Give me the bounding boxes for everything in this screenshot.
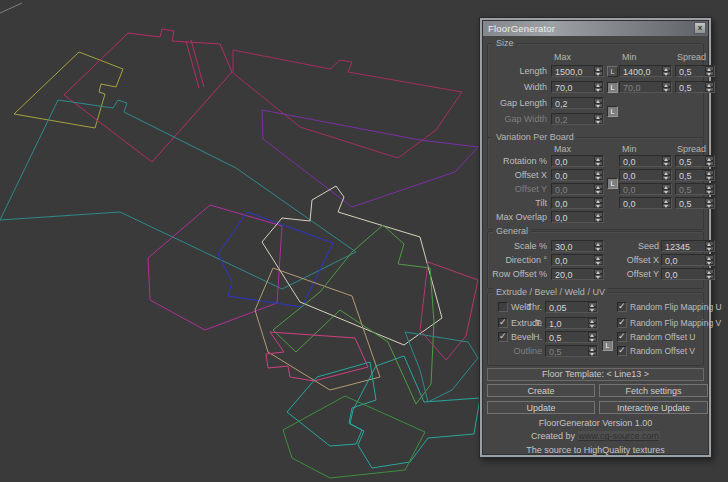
general-offset-x-spinner[interactable] (705, 255, 714, 265)
outline-field[interactable]: 0,5 (545, 345, 598, 357)
tilt-spread-value: 0,5 (679, 199, 692, 209)
tilt-spread-spinner[interactable] (705, 198, 714, 208)
width-lock-button[interactable]: L (607, 82, 618, 93)
offset-y-max-field[interactable]: 0,0 (551, 183, 604, 195)
general-offset-y-field[interactable]: 0,0 (661, 268, 715, 280)
length-spread-field[interactable]: 0,5 (675, 65, 715, 77)
spline-green-a (273, 225, 434, 404)
rotation-spread-field[interactable]: 0,5 (675, 155, 715, 167)
length-min-spinner[interactable] (662, 66, 671, 76)
extrude-row: ✓ Extrude T. 1,0 ✓ Random Flip Mapping V (490, 317, 701, 330)
length-max-spinner[interactable] (594, 66, 603, 76)
random-flip-u-label: Random Flip Mapping U (630, 302, 722, 312)
gap-width-field[interactable]: 0,2 (551, 113, 604, 125)
general-offset-y-spinner[interactable] (705, 269, 714, 279)
random-flip-v-checkbox[interactable]: ✓ (617, 318, 627, 328)
offset-y-min-field[interactable]: 0,0 (619, 183, 672, 195)
tilt-min-spinner[interactable] (662, 198, 671, 208)
bevel-h-spinner[interactable] (588, 332, 597, 342)
direction-label: Direction ° (490, 255, 547, 265)
random-offset-v-checkmark: ✓ (618, 345, 626, 355)
close-icon[interactable]: x (694, 22, 706, 34)
row-offset-value: 20,0 (555, 270, 573, 280)
random-offset-u-checkbox[interactable]: ✓ (617, 332, 627, 342)
weld-threshold-field[interactable]: 0,05 (545, 301, 598, 313)
tilt-max-spinner[interactable] (594, 198, 603, 208)
bevel-checkbox[interactable]: ✓ (498, 332, 508, 342)
offset-y-row: Offset Y 0,0 0,0 0,5 (490, 183, 701, 196)
length-spread-spinner[interactable] (705, 66, 714, 76)
offset-x-max-field[interactable]: 0,0 (551, 169, 604, 181)
seed-spinner[interactable] (705, 241, 714, 251)
random-flip-u-checkmark: ✓ (618, 301, 626, 311)
weld-threshold-value: 0,05 (549, 303, 567, 313)
direction-value: 0,0 (555, 256, 568, 266)
weld-threshold-label: Thr. (516, 302, 542, 312)
width-max-field[interactable]: 70,0 (551, 81, 604, 93)
floorgenerator-dialog-body: FloorGenerator x Size Max Min Spread Len… (482, 20, 709, 455)
length-max-value: 1500,0 (555, 67, 583, 77)
gap-width-spinner[interactable] (594, 114, 603, 124)
create-button[interactable]: Create (487, 384, 595, 397)
length-max-field[interactable]: 1500,0 (551, 65, 604, 77)
general-offset-x-field[interactable]: 0,0 (661, 254, 715, 266)
update-button[interactable]: Update (487, 401, 595, 414)
extrude-checkbox[interactable]: ✓ (498, 318, 508, 328)
column-header-max: Max (554, 144, 571, 154)
offset-x-max-spinner[interactable] (594, 170, 603, 180)
floor-template-bar[interactable]: Floor Template: < Line13 > (487, 368, 704, 381)
tilt-spread-field[interactable]: 0,5 (675, 197, 715, 209)
offset-y-spread-field[interactable]: 0,5 (675, 183, 715, 195)
length-lock-button[interactable]: L (607, 66, 618, 77)
extrude-t-spinner[interactable] (588, 318, 597, 328)
weld-checkbox[interactable] (498, 302, 508, 312)
max-overlap-spinner[interactable] (594, 212, 603, 222)
tilt-max-field[interactable]: 0,0 (551, 197, 604, 209)
width-max-spinner[interactable] (594, 82, 603, 92)
offset-x-spread-spinner[interactable] (705, 170, 714, 180)
offset-x-min-field[interactable]: 0,0 (619, 169, 672, 181)
rotation-min-field[interactable]: 0,0 (619, 155, 672, 167)
gap-length-spinner[interactable] (594, 98, 603, 108)
random-offset-v-checkbox[interactable]: ✓ (617, 346, 627, 356)
rotation-min-spinner[interactable] (662, 156, 671, 166)
bevel-h-field[interactable]: 0,5 (545, 331, 598, 343)
column-header-spread: Spread (677, 144, 706, 154)
direction-field[interactable]: 0,0 (551, 254, 604, 266)
seed-field[interactable]: 12345 (661, 240, 715, 252)
offset-y-max-spinner[interactable] (594, 184, 603, 194)
dialog-titlebar[interactable]: FloorGenerator x (483, 21, 708, 36)
rotation-max-spinner[interactable] (594, 156, 603, 166)
spline-teal-right (405, 332, 478, 402)
extrude-t-field[interactable]: 1,0 (545, 317, 598, 329)
bevel-h-value: 0,5 (549, 333, 562, 343)
cg-source-link[interactable]: www.cg-source.com (578, 431, 661, 441)
offset-y-max-value: 0,0 (555, 185, 568, 195)
width-min-field[interactable]: 70,0 (619, 81, 672, 93)
max-overlap-field[interactable]: 0,0 (551, 211, 604, 223)
general-offset-y-value: 0,0 (665, 270, 678, 280)
gap-length-field[interactable]: 0,2 (551, 97, 604, 109)
length-spread-value: 0,5 (679, 67, 692, 77)
rotation-max-field[interactable]: 0,0 (551, 155, 604, 167)
weld-threshold-spinner[interactable] (588, 302, 597, 312)
tilt-min-field[interactable]: 0,0 (619, 197, 672, 209)
offset-y-spread-spinner[interactable] (705, 184, 714, 194)
general-offset-y-label: Offset Y (600, 269, 659, 279)
column-header-spread: Spread (677, 52, 706, 62)
scale-field[interactable]: 30,0 (551, 240, 604, 252)
offset-x-min-spinner[interactable] (662, 170, 671, 180)
random-flip-u-checkbox[interactable]: ✓ (617, 302, 627, 312)
length-min-field[interactable]: 1400,0 (619, 65, 672, 77)
offset-x-spread-field[interactable]: 0,5 (675, 169, 715, 181)
width-spread-field[interactable]: 0,5 (675, 81, 715, 93)
fetch-settings-button[interactable]: Fetch settings (599, 384, 708, 397)
offset-y-min-spinner[interactable] (662, 184, 671, 194)
width-min-spinner[interactable] (662, 82, 671, 92)
width-spread-spinner[interactable] (705, 82, 714, 92)
row-offset-field[interactable]: 20,0 (551, 268, 604, 280)
rotation-spread-spinner[interactable] (705, 156, 714, 166)
corner-line (0, 3, 22, 13)
outline-spinner[interactable] (588, 346, 597, 356)
interactive-update-button[interactable]: Interactive Update (599, 401, 708, 414)
